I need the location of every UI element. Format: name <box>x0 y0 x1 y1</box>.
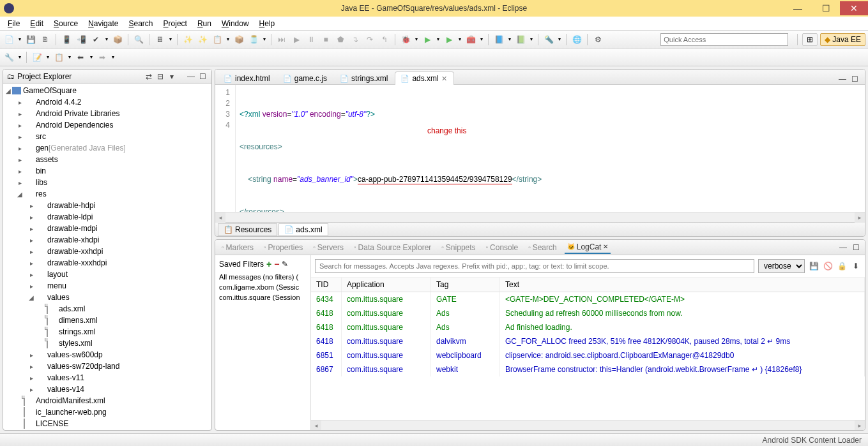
tree-item-drawable-xxxhdpi[interactable]: ▸drawable-xxxhdpi <box>3 257 211 269</box>
stepover-button[interactable]: ↷ <box>363 33 376 46</box>
tree-item-bin[interactable]: ▸bin <box>3 165 211 177</box>
task-button[interactable]: 📝 <box>31 51 43 64</box>
menu-search[interactable]: Search <box>123 18 158 29</box>
view-tab-search[interactable]: ▫Search <box>526 242 560 253</box>
tree-item-gen[interactable]: ▸gen [Generated Java Files] <box>3 142 211 154</box>
tree-item-android-4-4-2[interactable]: ▸Android 4.4.2 <box>3 96 211 108</box>
add-filter-icon[interactable]: + <box>266 259 271 269</box>
package-button[interactable]: 📦 <box>232 33 245 46</box>
logcat-search-input[interactable] <box>315 259 754 273</box>
menu-project[interactable]: Project <box>158 18 192 29</box>
log-row[interactable]: 6434com.ittus.squareGATE<GATE-M>DEV_ACTI… <box>311 292 865 306</box>
view-tab-snippets[interactable]: ▫Snippets <box>439 242 478 253</box>
debug-button[interactable]: 🐞 <box>399 33 412 46</box>
tree-item-values-sw720dp-land[interactable]: ▸values-sw720dp-land <box>3 361 211 372</box>
tree-item-styles-xml[interactable]: styles.xml <box>3 338 211 349</box>
minimize-button[interactable]: — <box>784 1 812 15</box>
editor-tab-game-c-js[interactable]: 📄game.c.js <box>277 71 334 85</box>
tree-item-android-dependencies[interactable]: ▸Android Dependencies <box>3 119 211 131</box>
editor-h-scrollbar[interactable] <box>215 212 865 222</box>
run-button[interactable]: ▶ <box>421 33 434 46</box>
tree-item-values-v11[interactable]: ▸values-v11 <box>3 372 211 383</box>
search2-button[interactable]: 🔦 <box>542 33 555 46</box>
menu-source[interactable]: Source <box>49 18 83 29</box>
pref-button[interactable]: ⚙ <box>591 33 604 46</box>
nav-fwd-button[interactable]: ➡ <box>96 51 109 64</box>
wizard2-button[interactable]: ✨ <box>196 33 209 46</box>
android-sdk-button[interactable]: 📱 <box>60 33 73 46</box>
log-row[interactable]: 6418com.ittus.squareAdsAd finished loadi… <box>311 320 865 334</box>
tree-item-drawable-hdpi[interactable]: ▸drawable-hdpi <box>3 200 211 211</box>
lint-button[interactable]: ✔ <box>89 33 102 46</box>
view-tab-data-source-explorer[interactable]: ▫Data Source Explorer <box>351 242 434 253</box>
link-editor-icon[interactable]: ⇄ <box>144 71 154 82</box>
logcat-table[interactable]: TID Application Tag Text 6434com.ittus.s… <box>311 278 865 420</box>
scroll-lock-icon[interactable]: 🔒 <box>837 261 847 271</box>
editor-tab-ads-xml[interactable]: 📄ads.xml✕ <box>395 71 453 85</box>
filter-item[interactable]: All messages (no filters) ( <box>219 272 307 282</box>
view-tab-servers[interactable]: ▫Servers <box>310 242 346 253</box>
menu-help[interactable]: Help <box>254 18 280 29</box>
export-icon[interactable]: ⬇ <box>851 261 861 271</box>
remove-filter-icon[interactable]: − <box>274 259 279 269</box>
maximize-view-icon[interactable]: ☐ <box>197 71 208 82</box>
tree-item-values[interactable]: ◢values <box>3 292 211 303</box>
stepinto-button[interactable]: ↴ <box>349 33 362 46</box>
bottom-minimize-icon[interactable]: — <box>838 242 848 253</box>
web-button[interactable]: 🌐 <box>570 33 583 46</box>
tree-item-android-private-libraries[interactable]: ▸Android Private Libraries <box>3 108 211 119</box>
save-button[interactable]: 💾 <box>24 33 37 46</box>
view-tab-logcat[interactable]: 🐱LogCat ✕ <box>565 241 611 254</box>
close-button[interactable]: ✕ <box>840 1 868 15</box>
new-jsp-button[interactable]: 📗 <box>514 33 527 46</box>
logcat-level-select[interactable]: verbose <box>758 259 805 273</box>
resume-button[interactable]: ▶ <box>290 33 303 46</box>
task2-button[interactable]: 📋 <box>52 51 65 64</box>
tree-item-license[interactable]: LICENSE <box>3 418 211 429</box>
tree-item-ic-launcher-web-png[interactable]: ic_launcher-web.png <box>3 406 211 418</box>
tree-item-drawable-xxhdpi[interactable]: ▸drawable-xxhdpi <box>3 246 211 257</box>
save-all-button[interactable]: 🗎 <box>39 33 52 46</box>
save-log-icon[interactable]: 💾 <box>809 261 819 271</box>
suspend-button[interactable]: ⏸ <box>305 33 317 46</box>
external-button[interactable]: 🧰 <box>464 33 477 46</box>
terminate-button[interactable]: ■ <box>319 33 332 46</box>
view-tab-console[interactable]: ▫Console <box>483 242 521 253</box>
tree-item-drawable-xhdpi[interactable]: ▸drawable-xhdpi <box>3 234 211 246</box>
editor-tab-strings-xml[interactable]: 📄strings.xml <box>334 71 395 85</box>
wizard-btn-2[interactable]: 🔧 <box>3 51 15 64</box>
tree-item-drawable-mdpi[interactable]: ▸drawable-mdpi <box>3 223 211 234</box>
editor-maximize-icon[interactable]: ☐ <box>849 74 860 84</box>
resources-tab[interactable]: 📋Resources <box>218 223 277 236</box>
tree-item-src[interactable]: ▸src <box>3 131 211 142</box>
new-java-button[interactable]: 📘 <box>492 33 505 46</box>
open-type-button[interactable]: 🔍 <box>132 33 145 46</box>
collapse-all-icon[interactable]: ⊟ <box>155 71 165 82</box>
jar-button[interactable]: 🫙 <box>247 33 260 46</box>
tree-item-layout[interactable]: ▸layout <box>3 269 211 280</box>
open-perspective-button[interactable]: ⊞ <box>802 33 818 46</box>
javaee-perspective-button[interactable]: ◆Java EE <box>820 33 865 46</box>
clear-log-icon[interactable]: 🚫 <box>823 261 833 271</box>
tree-item-androidmanifest-xml[interactable]: AndroidManifest.xml <box>3 395 211 406</box>
tree-item-assets[interactable]: ▸assets <box>3 154 211 165</box>
edit-filter-icon[interactable]: ✎ <box>282 260 288 269</box>
new-button[interactable]: 📄 <box>3 33 15 46</box>
logcat-h-scrollbar[interactable] <box>311 420 865 430</box>
wizard3-button[interactable]: 📋 <box>211 33 224 46</box>
wizard-button[interactable]: ✨ <box>181 33 194 46</box>
tree-item-libs[interactable]: ▸libs <box>3 177 211 188</box>
view-menu-icon[interactable]: ▾ <box>167 71 177 82</box>
editor-tab-index-html[interactable]: 📄index.html <box>218 71 277 85</box>
col-app-header[interactable]: Application <box>342 278 431 292</box>
view-tab-properties[interactable]: ▫Properties <box>261 242 305 253</box>
filter-item[interactable]: com.ligame.xbom (Sessic <box>219 282 307 292</box>
log-row[interactable]: 6851com.ittus.squarewebclipboardclipserv… <box>311 348 865 362</box>
stepreturn-button[interactable]: ↰ <box>378 33 391 46</box>
editor-content[interactable]: 1234 <?xml version="1.0" encoding="utf-8… <box>215 85 865 212</box>
tree-item-values-sw600dp[interactable]: ▸values-sw600dp <box>3 349 211 361</box>
filter-item[interactable]: com.ittus.square (Session <box>219 292 307 302</box>
close-view-icon[interactable]: ✕ <box>603 243 608 250</box>
tree-item-ads-xml[interactable]: ads.xml <box>3 303 211 315</box>
tree-item-drawable-ldpi[interactable]: ▸drawable-ldpi <box>3 211 211 223</box>
